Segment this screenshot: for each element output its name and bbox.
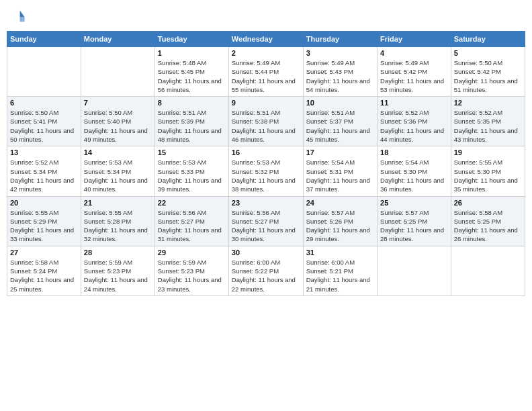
- day-info: Sunrise: 5:50 AM Sunset: 5:40 PM Dayligh…: [84, 108, 152, 144]
- day-info: Sunrise: 5:53 AM Sunset: 5:32 PM Dayligh…: [232, 158, 300, 193]
- day-info: Sunrise: 6:00 AM Sunset: 5:22 PM Dayligh…: [232, 258, 300, 293]
- day-number: 6: [10, 99, 78, 107]
- day-number: 17: [306, 148, 374, 156]
- day-info: Sunrise: 5:52 AM Sunset: 5:34 PM Dayligh…: [10, 158, 78, 193]
- weekday-header-saturday: Saturday: [451, 32, 525, 47]
- calendar-cell: [378, 246, 451, 295]
- calendar-cell: 16Sunrise: 5:53 AM Sunset: 5:32 PM Dayli…: [228, 146, 303, 196]
- calendar-cell: [81, 47, 154, 97]
- day-number: 26: [454, 199, 522, 207]
- day-number: 11: [380, 99, 448, 107]
- day-info: Sunrise: 5:55 AM Sunset: 5:28 PM Dayligh…: [84, 208, 152, 244]
- calendar-cell: 12Sunrise: 5:52 AM Sunset: 5:35 PM Dayli…: [451, 97, 525, 146]
- day-number: 7: [84, 99, 152, 107]
- week-row-3: 13Sunrise: 5:52 AM Sunset: 5:34 PM Dayli…: [7, 146, 525, 196]
- day-info: Sunrise: 5:59 AM Sunset: 5:23 PM Dayligh…: [158, 258, 226, 293]
- day-info: Sunrise: 5:49 AM Sunset: 5:44 PM Dayligh…: [232, 58, 300, 94]
- day-number: 24: [306, 199, 374, 207]
- weekday-header-wednesday: Wednesday: [228, 32, 303, 47]
- calendar-cell: 7Sunrise: 5:50 AM Sunset: 5:40 PM Daylig…: [81, 97, 154, 146]
- day-info: Sunrise: 5:57 AM Sunset: 5:26 PM Dayligh…: [306, 208, 374, 244]
- day-number: 29: [158, 248, 226, 257]
- day-info: Sunrise: 5:48 AM Sunset: 5:45 PM Dayligh…: [158, 58, 226, 94]
- calendar-cell: 2Sunrise: 5:49 AM Sunset: 5:44 PM Daylig…: [228, 47, 303, 97]
- day-number: 16: [232, 148, 300, 156]
- day-info: Sunrise: 5:54 AM Sunset: 5:31 PM Dayligh…: [306, 158, 374, 193]
- week-row-4: 20Sunrise: 5:55 AM Sunset: 5:29 PM Dayli…: [7, 196, 525, 246]
- calendar-cell: 10Sunrise: 5:51 AM Sunset: 5:37 PM Dayli…: [303, 97, 377, 146]
- day-number: 21: [84, 199, 152, 207]
- calendar: SundayMondayTuesdayWednesdayThursdayFrid…: [7, 31, 525, 296]
- weekday-header-tuesday: Tuesday: [154, 32, 228, 47]
- day-number: 20: [10, 199, 78, 207]
- calendar-cell: 6Sunrise: 5:50 AM Sunset: 5:41 PM Daylig…: [7, 97, 81, 146]
- page: SundayMondayTuesdayWednesdayThursdayFrid…: [0, 0, 532, 411]
- calendar-cell: 8Sunrise: 5:51 AM Sunset: 5:39 PM Daylig…: [154, 97, 228, 146]
- calendar-cell: 9Sunrise: 5:51 AM Sunset: 5:38 PM Daylig…: [228, 97, 303, 146]
- day-number: 5: [454, 49, 522, 57]
- calendar-cell: 26Sunrise: 5:58 AM Sunset: 5:25 PM Dayli…: [451, 196, 525, 246]
- day-number: 2: [232, 49, 300, 57]
- calendar-cell: 3Sunrise: 5:49 AM Sunset: 5:43 PM Daylig…: [303, 47, 377, 97]
- header: [7, 7, 525, 26]
- day-number: 13: [10, 148, 78, 156]
- day-number: 12: [454, 99, 522, 107]
- day-info: Sunrise: 5:51 AM Sunset: 5:39 PM Dayligh…: [158, 108, 226, 144]
- weekday-header-thursday: Thursday: [303, 32, 377, 47]
- logo-icon: [7, 7, 26, 26]
- day-number: 1: [158, 49, 226, 57]
- calendar-cell: 27Sunrise: 5:58 AM Sunset: 5:24 PM Dayli…: [7, 246, 81, 295]
- day-number: 18: [380, 148, 448, 156]
- calendar-cell: 14Sunrise: 5:53 AM Sunset: 5:34 PM Dayli…: [81, 146, 154, 196]
- calendar-cell: 28Sunrise: 5:59 AM Sunset: 5:23 PM Dayli…: [81, 246, 154, 295]
- day-info: Sunrise: 5:53 AM Sunset: 5:34 PM Dayligh…: [84, 158, 152, 193]
- day-number: 27: [10, 248, 78, 257]
- calendar-cell: 1Sunrise: 5:48 AM Sunset: 5:45 PM Daylig…: [154, 47, 228, 97]
- weekday-header-friday: Friday: [378, 32, 451, 47]
- day-info: Sunrise: 5:51 AM Sunset: 5:38 PM Dayligh…: [232, 108, 300, 144]
- week-row-2: 6Sunrise: 5:50 AM Sunset: 5:41 PM Daylig…: [7, 97, 525, 146]
- day-info: Sunrise: 5:55 AM Sunset: 5:30 PM Dayligh…: [454, 158, 522, 193]
- day-info: Sunrise: 5:50 AM Sunset: 5:42 PM Dayligh…: [454, 58, 522, 94]
- day-number: 10: [306, 99, 374, 107]
- day-number: 3: [306, 49, 374, 57]
- day-info: Sunrise: 5:52 AM Sunset: 5:35 PM Dayligh…: [454, 108, 522, 144]
- svg-marker-2: [20, 17, 25, 21]
- day-number: 15: [158, 148, 226, 156]
- week-row-5: 27Sunrise: 5:58 AM Sunset: 5:24 PM Dayli…: [7, 246, 525, 295]
- calendar-cell: 20Sunrise: 5:55 AM Sunset: 5:29 PM Dayli…: [7, 196, 81, 246]
- weekday-header-sunday: Sunday: [7, 32, 81, 47]
- day-number: 28: [84, 248, 152, 257]
- calendar-cell: 13Sunrise: 5:52 AM Sunset: 5:34 PM Dayli…: [7, 146, 81, 196]
- calendar-cell: 23Sunrise: 5:56 AM Sunset: 5:27 PM Dayli…: [228, 196, 303, 246]
- day-info: Sunrise: 5:54 AM Sunset: 5:30 PM Dayligh…: [380, 158, 448, 193]
- day-info: Sunrise: 5:57 AM Sunset: 5:25 PM Dayligh…: [380, 208, 448, 244]
- day-info: Sunrise: 5:49 AM Sunset: 5:43 PM Dayligh…: [306, 58, 374, 94]
- week-row-1: 1Sunrise: 5:48 AM Sunset: 5:45 PM Daylig…: [7, 47, 525, 97]
- day-info: Sunrise: 5:59 AM Sunset: 5:23 PM Dayligh…: [84, 258, 152, 293]
- day-number: 14: [84, 148, 152, 156]
- calendar-cell: 5Sunrise: 5:50 AM Sunset: 5:42 PM Daylig…: [451, 47, 525, 97]
- day-number: 23: [232, 199, 300, 207]
- calendar-cell: 29Sunrise: 5:59 AM Sunset: 5:23 PM Dayli…: [154, 246, 228, 295]
- calendar-cell: 30Sunrise: 6:00 AM Sunset: 5:22 PM Dayli…: [228, 246, 303, 295]
- day-info: Sunrise: 5:56 AM Sunset: 5:27 PM Dayligh…: [232, 208, 300, 244]
- day-info: Sunrise: 5:49 AM Sunset: 5:42 PM Dayligh…: [380, 58, 448, 94]
- calendar-cell: [451, 246, 525, 295]
- calendar-cell: 4Sunrise: 5:49 AM Sunset: 5:42 PM Daylig…: [378, 47, 451, 97]
- calendar-cell: 25Sunrise: 5:57 AM Sunset: 5:25 PM Dayli…: [378, 196, 451, 246]
- day-number: 9: [232, 99, 300, 107]
- calendar-cell: 24Sunrise: 5:57 AM Sunset: 5:26 PM Dayli…: [303, 196, 377, 246]
- day-info: Sunrise: 5:58 AM Sunset: 5:24 PM Dayligh…: [10, 258, 78, 293]
- day-info: Sunrise: 5:51 AM Sunset: 5:37 PM Dayligh…: [306, 108, 374, 144]
- day-number: 31: [306, 248, 374, 257]
- calendar-cell: 15Sunrise: 5:53 AM Sunset: 5:33 PM Dayli…: [154, 146, 228, 196]
- day-number: 8: [158, 99, 226, 107]
- calendar-cell: 22Sunrise: 5:56 AM Sunset: 5:27 PM Dayli…: [154, 196, 228, 246]
- calendar-cell: 21Sunrise: 5:55 AM Sunset: 5:28 PM Dayli…: [81, 196, 154, 246]
- calendar-cell: 31Sunrise: 6:00 AM Sunset: 5:21 PM Dayli…: [303, 246, 377, 295]
- day-info: Sunrise: 6:00 AM Sunset: 5:21 PM Dayligh…: [306, 258, 374, 293]
- day-info: Sunrise: 5:55 AM Sunset: 5:29 PM Dayligh…: [10, 208, 78, 244]
- calendar-cell: 19Sunrise: 5:55 AM Sunset: 5:30 PM Dayli…: [451, 146, 525, 196]
- calendar-cell: 17Sunrise: 5:54 AM Sunset: 5:31 PM Dayli…: [303, 146, 377, 196]
